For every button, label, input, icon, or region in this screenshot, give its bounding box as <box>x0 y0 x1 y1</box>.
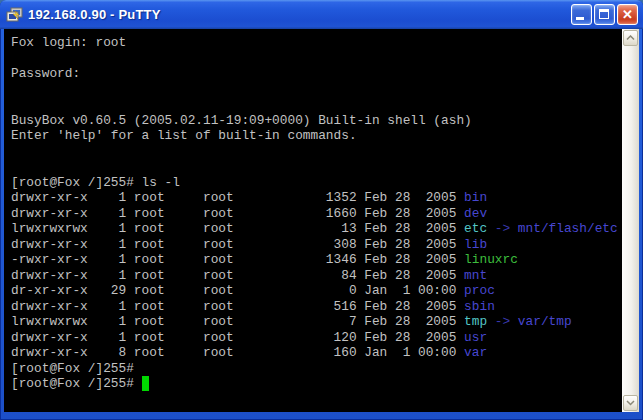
scroll-down-icon <box>626 400 635 406</box>
terminal-line: Fox login: root <box>11 35 622 51</box>
scroll-down-button[interactable] <box>623 395 638 411</box>
window-title: 192.168.0.90 - PuTTY <box>28 7 571 22</box>
terminal-line <box>11 97 622 113</box>
terminal-text: Enter 'help' for a list of built-in comm… <box>11 128 357 143</box>
window-controls: ✕ <box>571 4 638 25</box>
terminal-line: Enter 'help' for a list of built-in comm… <box>11 128 622 144</box>
terminal-text: drwxr-xr-x 1 root root 1352 Feb 28 2005 <box>11 190 464 205</box>
terminal-text-cyan: tmp <box>464 314 487 329</box>
terminal-text: lrwxrwxrwx 1 root root 7 Feb 28 2005 <box>11 314 464 329</box>
terminal-text-blue: usr <box>464 330 487 345</box>
terminal-text-blue: lib <box>464 237 487 252</box>
terminal-line <box>11 159 622 175</box>
maximize-button[interactable] <box>594 4 615 25</box>
terminal-line: lrwxrwxrwx 1 root root 13 Feb 28 2005 et… <box>11 221 622 237</box>
terminal-text: dr-xr-xr-x 29 root root 0 Jan 1 00:00 <box>11 283 464 298</box>
terminal-line: [root@Fox /]255# <box>11 361 622 377</box>
terminal-text: -rwxr-xr-x 1 root root 1346 Feb 28 2005 <box>11 252 464 267</box>
terminal-line <box>11 51 622 67</box>
terminal-line: dr-xr-xr-x 29 root root 0 Jan 1 00:00 pr… <box>11 283 622 299</box>
terminal-text-green: linuxrc <box>464 252 518 267</box>
terminal-line <box>11 82 622 98</box>
terminal-text-blue: proc <box>464 283 495 298</box>
terminal-line: drwxr-xr-x 1 root root 516 Feb 28 2005 s… <box>11 299 622 315</box>
terminal-line: drwxr-xr-x 1 root root 120 Feb 28 2005 u… <box>11 330 622 346</box>
terminal-line: drwxr-xr-x 8 root root 160 Jan 1 00:00 v… <box>11 345 622 361</box>
terminal-text: drwxr-xr-x 1 root root 308 Feb 28 2005 <box>11 237 464 252</box>
minimize-button[interactable] <box>571 4 592 25</box>
terminal-line: drwxr-xr-x 1 root root 1352 Feb 28 2005 … <box>11 190 622 206</box>
close-icon: ✕ <box>618 5 637 24</box>
terminal-line: drwxr-xr-x 1 root root 308 Feb 28 2005 l… <box>11 237 622 253</box>
terminal-line <box>11 144 622 160</box>
terminal-text-blue: mnt <box>464 268 487 283</box>
terminal-text: drwxr-xr-x 1 root root 120 Feb 28 2005 <box>11 330 464 345</box>
window-body: Fox login: rootPassword:BusyBox v0.60.5 … <box>0 29 643 416</box>
terminal-line: Password: <box>11 66 622 82</box>
terminal-text: [root@Fox /]255# ls -l <box>11 175 180 190</box>
terminal-text: BusyBox v0.60.5 (2005.02.11-19:09+0000) … <box>11 113 472 128</box>
close-button[interactable]: ✕ <box>617 4 638 25</box>
terminal-text: drwxr-xr-x 1 root root 1660 Feb 28 2005 <box>11 206 464 221</box>
terminal-text-blue: dev <box>464 206 487 221</box>
terminal-text: drwxr-xr-x 1 root root 516 Feb 28 2005 <box>11 299 464 314</box>
terminal-text-blue: sbin <box>464 299 495 314</box>
terminal-text: drwxr-xr-x 8 root root 160 Jan 1 00:00 <box>11 345 464 360</box>
terminal-text-cyan: etc <box>464 221 487 236</box>
putty-window: 192.168.0.90 - PuTTY ✕ Fox login: rootPa… <box>0 0 643 420</box>
title-bar[interactable]: 192.168.0.90 - PuTTY ✕ <box>0 0 643 29</box>
terminal-text-blue: var <box>464 345 487 360</box>
cursor-block <box>142 376 150 391</box>
terminal-text: lrwxrwxrwx 1 root root 13 Feb 28 2005 <box>11 221 464 236</box>
terminal-line: [root@Fox /]255# <box>11 376 622 392</box>
terminal-line: drwxr-xr-x 1 root root 1660 Feb 28 2005 … <box>11 206 622 222</box>
maximize-icon <box>599 9 609 19</box>
terminal-screen[interactable]: Fox login: rootPassword:BusyBox v0.60.5 … <box>4 29 622 412</box>
terminal-line: [root@Fox /]255# ls -l <box>11 175 622 191</box>
terminal-text: drwxr-xr-x 1 root root 84 Feb 28 2005 <box>11 268 464 283</box>
terminal-text: Password: <box>11 66 80 81</box>
terminal-text-blue: var/tmp <box>518 314 572 329</box>
terminal-text: [root@Fox /]255# <box>11 376 142 391</box>
terminal-line: BusyBox v0.60.5 (2005.02.11-19:09+0000) … <box>11 113 622 129</box>
terminal-text-arrow: -> <box>487 221 518 236</box>
minimize-icon <box>576 17 584 20</box>
scroll-up-icon <box>626 35 635 41</box>
terminal-line: lrwxrwxrwx 1 root root 7 Feb 28 2005 tmp… <box>11 314 622 330</box>
scroll-up-button[interactable] <box>623 30 638 46</box>
terminal-text-blue: bin <box>464 190 487 205</box>
terminal-text-arrow: -> <box>487 314 518 329</box>
terminal-text-blue: mnt/flash/etc <box>518 221 618 236</box>
terminal-line: -rwxr-xr-x 1 root root 1346 Feb 28 2005 … <box>11 252 622 268</box>
terminal-text: [root@Fox /]255# <box>11 361 134 376</box>
terminal-text: Fox login: root <box>11 35 126 50</box>
putty-terminals-icon <box>6 7 24 23</box>
scrollbar[interactable] <box>622 29 639 412</box>
terminal-line: drwxr-xr-x 1 root root 84 Feb 28 2005 mn… <box>11 268 622 284</box>
